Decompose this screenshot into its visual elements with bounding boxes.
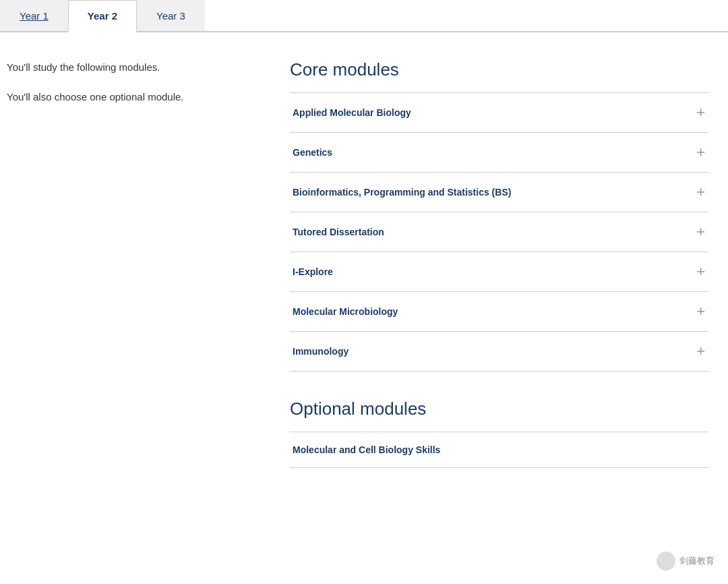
module-i-explore[interactable]: I-Explore + xyxy=(290,252,708,292)
module-label: Molecular and Cell Biology Skills xyxy=(293,444,440,455)
module-label: Molecular Microbiology xyxy=(293,306,398,317)
right-panel: Core modules Applied Molecular Biology +… xyxy=(290,59,708,495)
module-label: Genetics xyxy=(293,147,332,158)
core-module-list: Applied Molecular Biology + Genetics + B… xyxy=(290,92,708,372)
left-text-1: You'll study the following modules. xyxy=(7,59,263,76)
module-applied-molecular-biology[interactable]: Applied Molecular Biology + xyxy=(290,93,708,133)
left-panel: You'll study the following modules. You'… xyxy=(7,59,263,495)
optional-modules-heading: Optional modules xyxy=(290,399,708,419)
module-label: Applied Molecular Biology xyxy=(293,107,411,118)
module-immunology[interactable]: Immunology + xyxy=(290,332,708,372)
module-bioinformatics[interactable]: Bioinformatics, Programming and Statisti… xyxy=(290,173,708,212)
module-label: Tutored Dissertation xyxy=(293,227,384,237)
expand-icon: + xyxy=(696,264,705,279)
module-molecular-microbiology[interactable]: Molecular Microbiology + xyxy=(290,292,708,332)
core-modules-heading: Core modules xyxy=(290,59,708,80)
left-text-2: You'll also choose one optional module. xyxy=(7,89,263,105)
expand-icon: + xyxy=(696,304,705,319)
tabs-bar: Year 1 Year 2 Year 3 xyxy=(0,0,728,32)
tab-year1[interactable]: Year 1 xyxy=(0,0,68,31)
expand-icon: + xyxy=(696,185,705,200)
optional-module-list: Molecular and Cell Biology Skills xyxy=(290,432,708,468)
watermark: 剑藤教育 xyxy=(657,552,715,571)
expand-icon: + xyxy=(696,105,705,120)
expand-icon: + xyxy=(696,225,705,239)
tab-year2[interactable]: Year 2 xyxy=(68,0,137,32)
module-label: Bioinformatics, Programming and Statisti… xyxy=(293,187,511,198)
module-label: I-Explore xyxy=(293,266,333,277)
module-tutored-dissertation[interactable]: Tutored Dissertation + xyxy=(290,212,708,252)
watermark-icon xyxy=(657,552,675,571)
watermark-text: 剑藤教育 xyxy=(679,555,715,567)
module-genetics[interactable]: Genetics + xyxy=(290,133,708,173)
module-label: Immunology xyxy=(293,346,348,357)
expand-icon: + xyxy=(696,145,705,160)
expand-icon: + xyxy=(696,344,705,359)
module-molecular-cell-biology-skills[interactable]: Molecular and Cell Biology Skills xyxy=(290,432,708,468)
content-area: You'll study the following modules. You'… xyxy=(0,32,728,522)
tab-year3[interactable]: Year 3 xyxy=(137,0,205,31)
